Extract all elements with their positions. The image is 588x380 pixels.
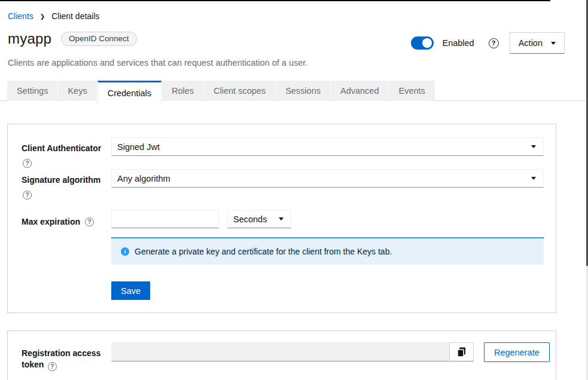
alert-row: i Generate a private key and certificate… bbox=[22, 228, 544, 265]
regenerate-button[interactable]: Regenerate bbox=[484, 342, 550, 362]
alert-row-spacer bbox=[22, 228, 111, 265]
enabled-label: Enabled bbox=[442, 38, 474, 48]
client-authenticator-help-icon[interactable]: ? bbox=[23, 159, 32, 168]
action-dropdown[interactable]: Action bbox=[510, 32, 565, 54]
registration-token-card: Registration access token ? Regenerate bbox=[7, 330, 556, 380]
max-expiration-row: Max expiration ? Seconds bbox=[22, 210, 544, 228]
max-expiration-field-group: Seconds bbox=[111, 210, 544, 228]
signature-algorithm-value: Any algorithm bbox=[117, 174, 531, 183]
client-authenticator-value: Signed Jwt bbox=[117, 142, 531, 152]
signature-algorithm-label-block: Signature algorithm ? bbox=[22, 169, 111, 200]
enabled-help-icon[interactable]: ? bbox=[489, 38, 499, 48]
caret-down-icon bbox=[531, 145, 536, 148]
tab-bar: Settings Keys Credentials Roles Client s… bbox=[0, 81, 588, 101]
client-authenticator-label: Client Authenticator bbox=[22, 143, 111, 154]
max-expiration-unit-value: Seconds bbox=[233, 214, 279, 224]
copy-icon bbox=[457, 347, 466, 357]
client-authenticator-select[interactable]: Signed Jwt bbox=[111, 137, 544, 156]
tab-settings[interactable]: Settings bbox=[7, 81, 57, 101]
tab-sessions[interactable]: Sessions bbox=[276, 81, 330, 101]
max-expiration-label: Max expiration bbox=[22, 216, 80, 227]
protocol-badge: OpenID Connect bbox=[61, 32, 137, 46]
caret-down-icon bbox=[551, 42, 556, 45]
tab-client-scopes[interactable]: Client scopes bbox=[204, 81, 275, 101]
breadcrumb: Clients ❯ Client details bbox=[0, 0, 588, 21]
copy-button[interactable] bbox=[449, 342, 474, 361]
max-expiration-label-block: Max expiration ? bbox=[22, 210, 111, 228]
action-dropdown-label: Action bbox=[519, 38, 543, 48]
registration-token-label: Registration access token bbox=[22, 348, 100, 369]
save-row: Save bbox=[22, 265, 544, 300]
main-content: Client Authenticator ? Signed Jwt Signat… bbox=[0, 124, 588, 380]
chevron-right-icon: ❯ bbox=[40, 13, 45, 20]
breadcrumb-link-clients[interactable]: Clients bbox=[8, 11, 33, 21]
signature-algorithm-row: Signature algorithm ? Any algorithm bbox=[22, 169, 544, 200]
registration-token-row: Registration access token ? Regenerate bbox=[22, 342, 544, 370]
signature-algorithm-help-icon[interactable]: ? bbox=[23, 191, 32, 200]
caret-down-icon bbox=[279, 217, 284, 220]
caret-down-icon bbox=[531, 177, 536, 180]
client-authenticator-row: Client Authenticator ? Signed Jwt bbox=[22, 137, 544, 168]
info-alert-text: Generate a private key and certificate f… bbox=[135, 247, 392, 256]
registration-token-field-group: Regenerate bbox=[111, 342, 550, 370]
max-expiration-help-icon[interactable]: ? bbox=[85, 217, 94, 226]
page-header: myapp OpenID Connect Enabled ? Action bbox=[0, 21, 588, 54]
registration-token-help-icon[interactable]: ? bbox=[48, 362, 57, 371]
breadcrumb-current: Client details bbox=[51, 11, 99, 21]
tab-roles[interactable]: Roles bbox=[162, 81, 203, 101]
page-title: myapp bbox=[8, 30, 51, 47]
page-description: Clients are applications and services th… bbox=[0, 54, 588, 68]
window-top-edge bbox=[0, 0, 550, 1]
tab-keys[interactable]: Keys bbox=[58, 81, 96, 101]
title-group: myapp OpenID Connect bbox=[8, 30, 137, 47]
save-row-spacer bbox=[22, 265, 111, 300]
save-button[interactable]: Save bbox=[111, 281, 150, 300]
tab-events[interactable]: Events bbox=[389, 81, 434, 101]
info-icon: i bbox=[121, 247, 129, 256]
credentials-card: Client Authenticator ? Signed Jwt Signat… bbox=[7, 124, 556, 313]
signature-algorithm-select[interactable]: Any algorithm bbox=[111, 169, 544, 188]
info-alert: i Generate a private key and certificate… bbox=[111, 237, 544, 265]
tab-credentials[interactable]: Credentials bbox=[98, 81, 162, 104]
token-input-group bbox=[111, 342, 474, 361]
signature-algorithm-label: Signature algorithm bbox=[22, 174, 111, 185]
max-expiration-input[interactable] bbox=[111, 210, 219, 228]
tab-advanced[interactable]: Advanced bbox=[331, 81, 389, 101]
max-expiration-unit-select[interactable]: Seconds bbox=[227, 210, 291, 228]
client-authenticator-label-block: Client Authenticator ? bbox=[22, 137, 111, 168]
toggle-knob-icon bbox=[422, 38, 432, 48]
registration-token-input[interactable] bbox=[111, 342, 449, 361]
registration-token-label-block: Registration access token ? bbox=[22, 342, 111, 370]
enabled-toggle[interactable] bbox=[411, 36, 434, 50]
header-controls: Enabled ? Action bbox=[411, 32, 565, 54]
